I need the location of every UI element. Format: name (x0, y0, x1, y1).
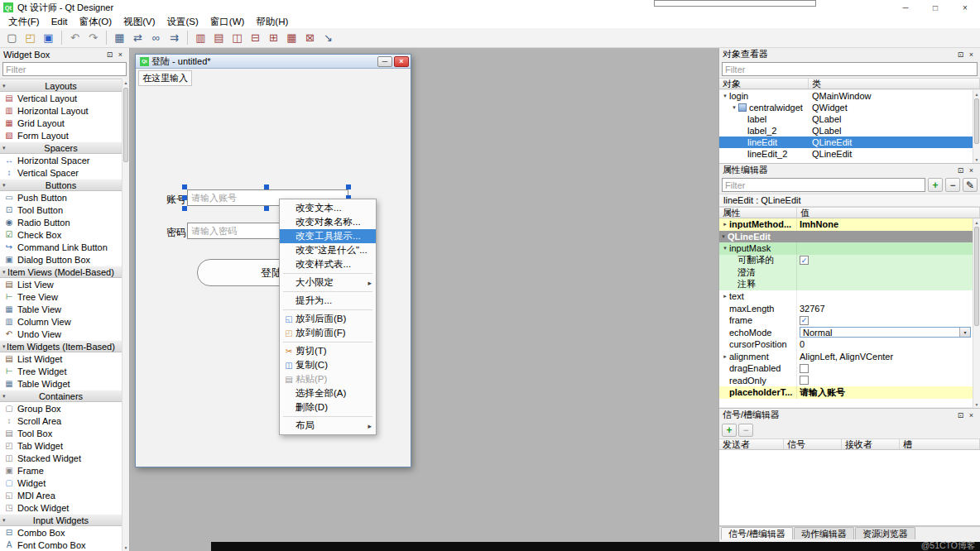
lay-out-horizontally-button[interactable]: ▥ (192, 29, 209, 46)
property-value-cell[interactable]: Normal▾ (797, 327, 973, 339)
property-row-drag-enabled[interactable]: dragEnabled (719, 362, 973, 375)
lay-out-form-button[interactable]: ⊞ (265, 29, 282, 46)
widget-item-tree-view[interactable]: ⊢Tree View (0, 290, 122, 303)
property-row-input-method-hints[interactable]: ▸inputMethod...ImhNone (719, 218, 973, 231)
widget-item-vertical-spacer[interactable]: ↕Vertical Spacer (0, 166, 122, 179)
edit-tab-order-mode-button[interactable]: ⇉ (166, 29, 183, 46)
widget-item-grid-layout[interactable]: ▦Grid Layout (0, 117, 122, 129)
adjust-size-button[interactable]: ↘ (319, 29, 337, 46)
context-menu-item-change-text[interactable]: 改变文本... (280, 201, 376, 215)
widget-item-column-view[interactable]: ▥Column View (0, 315, 122, 328)
redo-button[interactable]: ↷ (84, 29, 102, 46)
widget-item-widget[interactable]: ▢Widget (0, 477, 122, 489)
property-value-cell[interactable] (797, 279, 973, 291)
widget-item-dock-widget[interactable]: ◳Dock Widget (0, 501, 122, 514)
widget-item-tool-box[interactable]: ▤Tool Box (0, 427, 122, 439)
tree-row-login[interactable]: ▾loginQMainWindow (719, 90, 973, 102)
break-layout-button[interactable]: ⊠ (301, 29, 319, 46)
property-row-text[interactable]: ▸text (719, 290, 973, 303)
widget-item-radio-button[interactable]: ◉Radio Button (0, 216, 122, 228)
property-row-frame[interactable]: frame✓ (719, 314, 973, 327)
property-row-comment[interactable]: 注释 (719, 279, 973, 291)
widget-item-tool-button[interactable]: ⊡Tool Button (0, 204, 122, 216)
context-menu-item-cut[interactable]: ✂剪切(T) (280, 344, 376, 358)
signal-slot-table[interactable] (719, 450, 980, 525)
checkbox-checked-icon[interactable]: ✓ (800, 256, 809, 265)
widget-box-category-item-views-model-based[interactable]: ▾Item Views (Model-Based) (0, 266, 122, 278)
close-panel-icon[interactable]: × (966, 410, 977, 420)
menubar-item-f[interactable]: 文件(F) (2, 15, 46, 28)
widget-item-command-link-button[interactable]: ↪Command Link Button (0, 241, 122, 253)
property-value-cell[interactable]: ImhNone (797, 218, 973, 231)
expander-icon[interactable]: ▾ (730, 104, 738, 111)
property-value-cell[interactable]: ✓ (797, 255, 973, 267)
property-editor-scrollbar[interactable]: ▲ ▼ (973, 218, 980, 408)
selection-handle[interactable] (264, 206, 269, 211)
widget-item-dialog-button-box[interactable]: ▣Dialog Button Box (0, 253, 122, 266)
context-menu-item-delete[interactable]: 删除(D) (280, 400, 376, 414)
property-filter-input[interactable] (722, 178, 925, 192)
form-close-button[interactable]: × (394, 56, 409, 67)
maximize-button[interactable]: □ (920, 0, 950, 15)
widget-item-horizontal-layout[interactable]: ▥Horizontal Layout (0, 104, 122, 117)
scroll-up-icon[interactable]: ▲ (973, 90, 980, 98)
context-menu-item-size-constraints[interactable]: 大小限定▸ (280, 276, 376, 290)
float-panel-icon[interactable]: ⊡ (955, 165, 966, 175)
tree-row-label[interactable]: labelQLabel (719, 113, 973, 125)
property-value-cell[interactable] (797, 290, 973, 303)
expander-icon[interactable]: ▸ (721, 221, 729, 228)
widget-box-category-spacers[interactable]: ▾Spacers (0, 141, 122, 154)
widget-item-horizontal-spacer[interactable]: ↔Horizontal Spacer (0, 154, 122, 166)
property-value-cell[interactable] (797, 375, 973, 387)
dock-tab-signal-slot-editor[interactable]: 信号/槽编辑器 (721, 527, 793, 539)
widget-item-check-box[interactable]: ☑Check Box (0, 228, 122, 241)
open-form-button[interactable]: ◰ (22, 29, 39, 46)
context-menu-item-send-to-back[interactable]: ◱放到后面(B) (280, 312, 376, 326)
expander-icon[interactable]: ▾ (721, 93, 729, 99)
widget-item-tree-widget[interactable]: ⊢Tree Widget (0, 365, 122, 377)
echo-mode-combobox[interactable]: Normal▾ (800, 327, 971, 338)
selection-handle[interactable] (346, 184, 351, 189)
property-value-cell[interactable]: 0 (797, 338, 973, 351)
property-row-max-length[interactable]: maxLength32767 (719, 303, 973, 315)
selection-handle[interactable] (182, 206, 187, 211)
object-inspector-scrollbar[interactable]: ▲ ▼ (973, 90, 980, 163)
close-panel-icon[interactable]: × (966, 165, 977, 175)
widget-item-font-combo-box[interactable]: AFont Combo Box (0, 539, 122, 551)
object-inspector-filter-input[interactable] (722, 62, 978, 76)
edit-signals-slots-mode-button[interactable]: ⇄ (129, 29, 147, 46)
close-button[interactable]: × (950, 0, 980, 15)
widget-item-undo-view[interactable]: ↶Undo View (0, 328, 122, 340)
remove-connection-button[interactable]: − (738, 424, 753, 437)
context-menu-item-bring-to-front[interactable]: ◰放到前面(F) (280, 326, 376, 340)
property-value-cell[interactable]: AlignLeft, AlignVCenter (797, 351, 973, 363)
widget-item-list-widget[interactable]: ▤List Widget (0, 352, 122, 365)
widget-item-table-view[interactable]: ▦Table View (0, 303, 122, 315)
widget-box-scrollbar[interactable]: ▲ ▼ (122, 79, 129, 551)
tree-row-label-2[interactable]: label_2QLabel (719, 125, 973, 137)
edit-widgets-mode-button[interactable]: ▦ (111, 29, 128, 46)
expander-icon[interactable]: ▸ (721, 353, 729, 360)
scroll-down-icon[interactable]: ▼ (122, 544, 129, 551)
property-value-cell[interactable] (797, 362, 973, 375)
lay-out-horizontal-splitter-button[interactable]: ◫ (228, 29, 246, 46)
expander-icon[interactable]: ▾ (719, 233, 728, 240)
widget-box-category-layouts[interactable]: ▾Layouts (0, 79, 122, 92)
menubar-item-v[interactable]: 视图(V) (118, 15, 161, 28)
password-label[interactable]: 密码: (166, 226, 189, 240)
widget-item-form-layout[interactable]: ▧Form Layout (0, 129, 122, 141)
float-panel-icon[interactable]: ⊡ (104, 50, 115, 60)
undo-button[interactable]: ↶ (66, 29, 84, 46)
widget-item-list-view[interactable]: ▤List View (0, 278, 122, 290)
menu-type-here[interactable]: 在这里输入 (138, 70, 192, 86)
widget-item-scroll-area[interactable]: ↕Scroll Area (0, 414, 122, 427)
context-menu-item-change-object-name[interactable]: 改变对象名称... (280, 215, 376, 229)
tree-row-centralwidget[interactable]: ▾centralwidgetQWidget (719, 102, 973, 113)
widget-item-table-widget[interactable]: ▦Table Widget (0, 377, 122, 390)
new-form-button[interactable]: ▢ (3, 29, 21, 46)
selection-handle[interactable] (264, 184, 269, 189)
dock-tab-action-editor[interactable]: 动作编辑器 (794, 527, 854, 539)
selection-handle[interactable] (182, 195, 187, 200)
property-value-cell[interactable]: 请输入账号 (797, 386, 973, 399)
property-row-input-mask[interactable]: ▾inputMask (719, 242, 973, 255)
